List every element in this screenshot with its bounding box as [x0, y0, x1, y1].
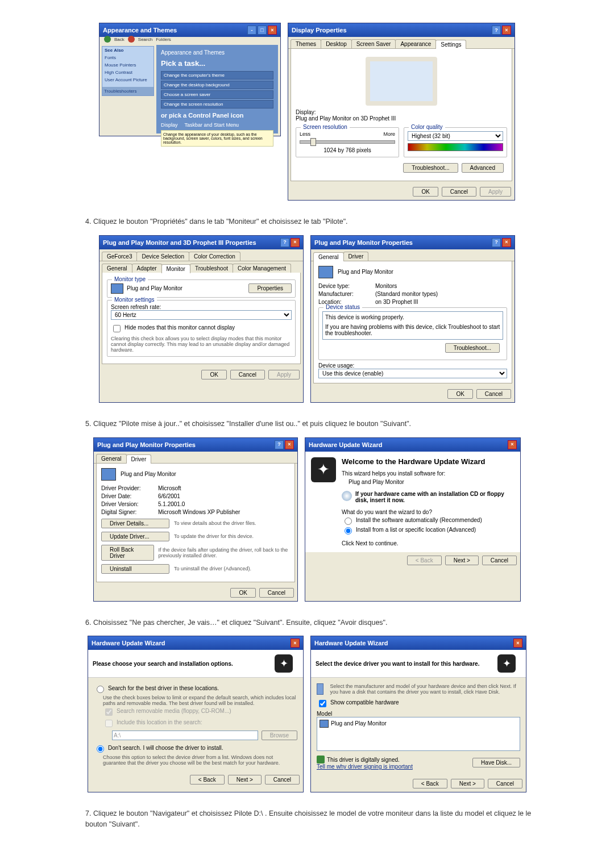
color-quality-select[interactable]: Highest (32 bit): [408, 131, 503, 141]
tab-driver[interactable]: Driver: [343, 252, 369, 261]
advanced-button[interactable]: Advanced: [462, 163, 504, 173]
search-label[interactable]: Search: [138, 37, 152, 42]
cancel-button[interactable]: Cancel: [259, 588, 294, 598]
opt-list-radio[interactable]: [345, 527, 352, 535]
task-link[interactable]: Change the screen resolution: [161, 100, 273, 108]
ok-button[interactable]: OK: [201, 370, 226, 379]
maximize-icon[interactable]: □: [258, 26, 267, 35]
tab-desktop[interactable]: Desktop: [321, 39, 352, 48]
provider-label: Driver Provider:: [101, 485, 158, 491]
wizard-icon: ✦: [275, 654, 293, 673]
monitor-properties-driver-window: Plug and Play Monitor Properties ?× Gene…: [93, 437, 298, 602]
resolution-slider[interactable]: [300, 140, 395, 144]
tab-general[interactable]: General: [102, 264, 132, 273]
back-button[interactable]: < Back: [190, 775, 225, 784]
tab-colormgmt[interactable]: Color Management: [233, 264, 291, 273]
help-icon[interactable]: ?: [280, 238, 289, 247]
cancel-button[interactable]: Cancel: [265, 775, 300, 784]
troubleshoot-button[interactable]: Troubleshoot...: [403, 163, 458, 173]
close-icon[interactable]: ×: [291, 639, 300, 648]
titlebar: Display Properties ? ×: [288, 23, 515, 37]
tab-colorcorr[interactable]: Color Correction: [189, 252, 240, 261]
tab-monitor[interactable]: Monitor: [161, 264, 190, 273]
properties-button[interactable]: Properties: [248, 283, 292, 293]
tab-geforce[interactable]: GeForce3: [102, 252, 137, 261]
troubleshoot-button[interactable]: Troubleshoot...: [445, 343, 500, 353]
close-icon[interactable]: ×: [285, 440, 294, 449]
tab-general[interactable]: General: [96, 454, 127, 463]
status-help: If you are having problems with this dev…: [325, 324, 500, 336]
cancel-button[interactable]: Cancel: [488, 779, 522, 788]
tab-troubleshoot[interactable]: Troubleshoot: [190, 264, 233, 273]
cancel-button[interactable]: Cancel: [476, 389, 511, 399]
why-signing-link[interactable]: Tell me why driver signing is important: [317, 763, 413, 770]
rollback-driver-button[interactable]: Roll Back Driver: [101, 545, 154, 561]
monitor-icon: [318, 266, 333, 278]
ok-button[interactable]: OK: [413, 187, 438, 197]
uninstall-button[interactable]: Uninstall: [101, 564, 169, 574]
side-item[interactable]: Mouse Pointers: [102, 61, 154, 69]
close-icon[interactable]: ×: [502, 238, 511, 247]
tab-driver[interactable]: Driver: [126, 454, 152, 464]
close-icon[interactable]: ×: [291, 238, 300, 247]
apply-button[interactable]: Apply: [268, 370, 300, 379]
help-icon[interactable]: ?: [275, 440, 284, 449]
folders-label[interactable]: Folders: [156, 37, 171, 42]
minimize-icon[interactable]: -: [247, 26, 256, 35]
back-icon[interactable]: [104, 36, 111, 43]
list-item[interactable]: Plug and Play Monitor: [320, 720, 517, 728]
display-icon[interactable]: Display: [161, 122, 178, 128]
ok-button[interactable]: OK: [230, 588, 255, 598]
side-item[interactable]: High Contrast: [102, 69, 154, 76]
help-icon[interactable]: ?: [492, 238, 501, 247]
hide-modes-label: Hide modes that this monitor cannot disp…: [125, 324, 235, 331]
tab-adapter[interactable]: Adapter: [132, 264, 162, 273]
cancel-button[interactable]: Cancel: [230, 370, 265, 379]
taskbar-icon[interactable]: Taskbar and Start Menu: [185, 122, 239, 128]
window-title: Plug and Play Monitor and 3D Prophet III…: [103, 239, 256, 246]
refresh-select[interactable]: 60 Hertz: [111, 310, 292, 320]
next-button[interactable]: Next >: [451, 779, 484, 788]
model-listbox[interactable]: Plug and Play Monitor: [317, 717, 520, 751]
tab-themes[interactable]: Themes: [291, 39, 321, 48]
forward-icon[interactable]: [128, 36, 135, 43]
side-item[interactable]: User Account Picture: [102, 76, 154, 84]
search-desc: Use the check boxes below to limit or ex…: [103, 695, 297, 706]
update-driver-button[interactable]: Update Driver...: [101, 532, 169, 541]
close-icon[interactable]: ×: [268, 26, 277, 35]
signer-value: Microsoft Windows XP Publisher: [158, 509, 240, 515]
opt-search-radio[interactable]: [97, 686, 104, 693]
ok-button[interactable]: OK: [447, 389, 472, 399]
close-icon[interactable]: ×: [502, 26, 511, 35]
close-icon[interactable]: ×: [508, 440, 517, 449]
update-driver-desc: To update the driver for this device.: [174, 533, 254, 539]
side-item[interactable]: Fonts: [102, 54, 154, 61]
back-label[interactable]: Back: [114, 37, 125, 42]
tab-screensaver[interactable]: Screen Saver: [351, 39, 396, 48]
task-link[interactable]: Change the desktop background: [161, 81, 273, 89]
task-link[interactable]: Choose a screen saver: [161, 90, 273, 99]
close-icon[interactable]: ×: [513, 639, 522, 648]
tab-general[interactable]: General: [313, 252, 344, 261]
driver-details-button[interactable]: Driver Details...: [101, 519, 169, 528]
opt-dont-search-radio[interactable]: [97, 745, 104, 753]
opt-auto-radio[interactable]: [345, 518, 352, 525]
next-button[interactable]: Next >: [445, 556, 479, 565]
cancel-button[interactable]: Cancel: [482, 556, 517, 565]
version-value: 5.1.2001.0: [158, 501, 185, 507]
step-7-text: 7. Cliquez le bouton "Navigateur" et cho…: [85, 808, 534, 830]
back-button[interactable]: < Back: [407, 556, 442, 565]
task-link[interactable]: Change the computer's theme: [161, 71, 273, 80]
cancel-button[interactable]: Cancel: [442, 187, 476, 197]
show-compatible-checkbox[interactable]: [319, 700, 326, 707]
device-usage-select[interactable]: Use this device (enable): [318, 369, 507, 378]
help-icon[interactable]: ?: [492, 26, 501, 35]
apply-button[interactable]: Apply: [480, 187, 511, 197]
tab-appearance[interactable]: Appearance: [395, 39, 436, 48]
back-button[interactable]: < Back: [413, 779, 447, 788]
hide-modes-checkbox[interactable]: [113, 325, 121, 332]
have-disk-button[interactable]: Have Disk...: [472, 758, 520, 767]
next-button[interactable]: Next >: [228, 775, 262, 784]
tab-settings[interactable]: Settings: [435, 40, 466, 49]
tab-devsel[interactable]: Device Selection: [136, 252, 189, 261]
